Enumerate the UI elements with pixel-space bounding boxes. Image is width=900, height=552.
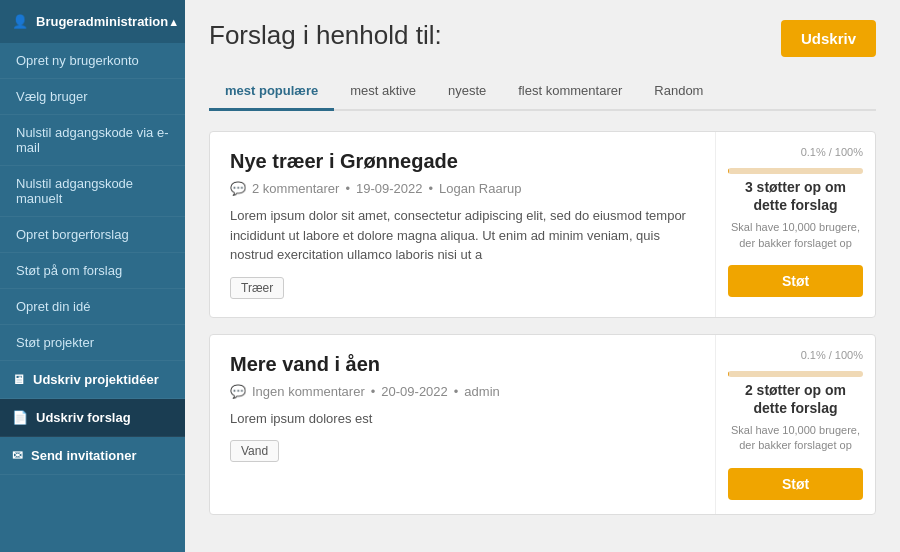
sidebar-item-label: Udskriv projektidéer: [33, 372, 159, 387]
user-icon: 👤: [12, 14, 28, 29]
card-tag[interactable]: Vand: [230, 440, 279, 462]
meta-author: Logan Raarup: [439, 181, 521, 196]
tab-flest-kommentarer[interactable]: flest kommentarer: [502, 73, 638, 111]
comment-icon: 💬: [230, 181, 246, 196]
sidebar-nav: Opret ny brugerkontoVælg brugerNulstil a…: [0, 43, 185, 475]
progress-label: 0.1% / 100%: [801, 146, 863, 158]
meta-dot2: •: [428, 181, 433, 196]
chevron-up-icon: ▲: [168, 16, 179, 28]
main-header: Forslag i henhold til: Udskriv: [209, 20, 876, 57]
sidebar-header[interactable]: 👤 Brugeradministration ▲: [0, 0, 185, 43]
tab-mest-aktive[interactable]: mest aktive: [334, 73, 432, 111]
sidebar-item-9[interactable]: 📄Udskriv forslag: [0, 399, 185, 437]
sidebar-item-label: Vælg bruger: [16, 89, 88, 104]
comment-icon: 💬: [230, 384, 246, 399]
pc-icon: 🖥: [12, 372, 25, 387]
meta-date: 19-09-2022: [356, 181, 423, 196]
support-button-1[interactable]: Støt: [728, 468, 863, 500]
tab-label: mest aktive: [350, 83, 416, 98]
card-title: Nye træer i Grønnegade: [230, 150, 695, 173]
send-icon: ✉: [12, 448, 23, 463]
support-desc: Skal have 10,000 brugere, der bakker for…: [728, 423, 863, 454]
sidebar-item-3[interactable]: Nulstil adgangskode manuelt: [0, 166, 185, 217]
print-button[interactable]: Udskriv: [781, 20, 876, 57]
sidebar-item-label: Nulstil adgangskode manuelt: [16, 176, 133, 206]
card-excerpt: Lorem ipsum dolores est: [230, 409, 695, 429]
support-count: 3 støtter op om dette forslag: [728, 178, 863, 214]
card-title: Mere vand i åen: [230, 353, 695, 376]
sidebar-item-label: Opret din idé: [16, 299, 90, 314]
sidebar-item-5[interactable]: Støt på om forslag: [0, 253, 185, 289]
sidebar-item-1[interactable]: Vælg bruger: [0, 79, 185, 115]
sidebar-item-4[interactable]: Opret borgerforslag: [0, 217, 185, 253]
doc-icon: 📄: [12, 410, 28, 425]
sidebar-item-10[interactable]: ✉Send invitationer: [0, 437, 185, 475]
card-sidebar-0: 0.1% / 100% 3 støtter op om dette forsla…: [715, 132, 875, 317]
sidebar-item-7[interactable]: Støt projekter: [0, 325, 185, 361]
sidebar-item-label: Støt projekter: [16, 335, 94, 350]
tab-Random[interactable]: Random: [638, 73, 719, 111]
card-meta: 💬 Ingen kommentarer • 20-09-2022 • admin: [230, 384, 695, 399]
progress-label: 0.1% / 100%: [801, 349, 863, 361]
tab-label: nyeste: [448, 83, 486, 98]
card-sidebar-1: 0.1% / 100% 2 støtter op om dette forsla…: [715, 335, 875, 514]
progress-bar-container: [728, 168, 863, 174]
card-excerpt: Lorem ipsum dolor sit amet, consectetur …: [230, 206, 695, 265]
support-button-0[interactable]: Støt: [728, 265, 863, 297]
sidebar-item-label: Opret ny brugerkonto: [16, 53, 139, 68]
meta-author: admin: [464, 384, 499, 399]
tab-label: mest populære: [225, 83, 318, 98]
card-0: Nye træer i Grønnegade 💬 2 kommentarer •…: [209, 131, 876, 318]
card-body-1: Mere vand i åen 💬 Ingen kommentarer • 20…: [210, 335, 715, 514]
main-content: Forslag i henhold til: Udskriv mest popu…: [185, 0, 900, 552]
card-body-0: Nye træer i Grønnegade 💬 2 kommentarer •…: [210, 132, 715, 317]
tab-label: flest kommentarer: [518, 83, 622, 98]
meta-date: 20-09-2022: [381, 384, 448, 399]
meta-dot: •: [371, 384, 376, 399]
comment-count: Ingen kommentarer: [252, 384, 365, 399]
tabs-bar: mest populæremest aktivenyesteflest komm…: [209, 73, 876, 111]
tab-label: Random: [654, 83, 703, 98]
progress-bar-container: [728, 371, 863, 377]
sidebar-item-8[interactable]: 🖥Udskriv projektidéer: [0, 361, 185, 399]
card-meta: 💬 2 kommentarer • 19-09-2022 • Logan Raa…: [230, 181, 695, 196]
sidebar-item-label: Støt på om forslag: [16, 263, 122, 278]
meta-dot: •: [345, 181, 350, 196]
tab-mest-populære[interactable]: mest populære: [209, 73, 334, 111]
sidebar-item-label: Nulstil adgangskode via e-mail: [16, 125, 168, 155]
sidebar-item-label: Send invitationer: [31, 448, 136, 463]
sidebar-item-2[interactable]: Nulstil adgangskode via e-mail: [0, 115, 185, 166]
card-1: Mere vand i åen 💬 Ingen kommentarer • 20…: [209, 334, 876, 515]
sidebar-item-label: Udskriv forslag: [36, 410, 131, 425]
sidebar: 👤 Brugeradministration ▲ Opret ny bruger…: [0, 0, 185, 552]
page-title: Forslag i henhold til:: [209, 20, 442, 51]
sidebar-item-0[interactable]: Opret ny brugerkonto: [0, 43, 185, 79]
sidebar-header-label: Brugeradministration: [36, 14, 168, 29]
sidebar-item-6[interactable]: Opret din idé: [0, 289, 185, 325]
support-count: 2 støtter op om dette forslag: [728, 381, 863, 417]
sidebar-item-label: Opret borgerforslag: [16, 227, 129, 242]
cards-list: Nye træer i Grønnegade 💬 2 kommentarer •…: [209, 131, 876, 515]
card-tag[interactable]: Træer: [230, 277, 284, 299]
support-desc: Skal have 10,000 brugere, der bakker for…: [728, 220, 863, 251]
tab-nyeste[interactable]: nyeste: [432, 73, 502, 111]
meta-dot2: •: [454, 384, 459, 399]
comment-count: 2 kommentarer: [252, 181, 339, 196]
